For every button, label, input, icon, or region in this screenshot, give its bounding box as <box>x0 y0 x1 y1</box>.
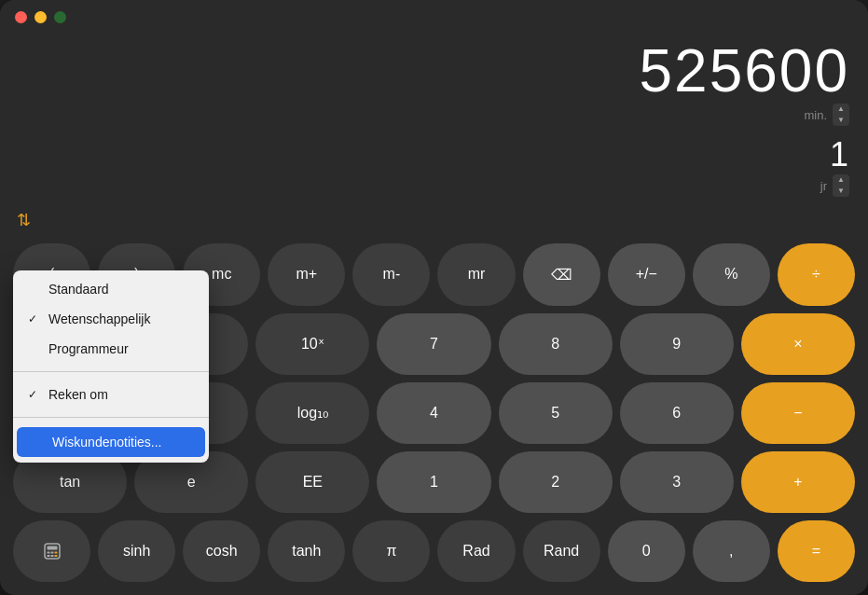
btn-5[interactable]: 5 <box>499 382 613 444</box>
display-area: 525600 min. ▲ ▼ 1 jr ▲ ▼ <box>0 35 868 206</box>
menu-item-wetenschappelijk[interactable]: ✓ Wetenschappelijk <box>13 304 209 334</box>
secondary-unit-down-arrow[interactable]: ▼ <box>833 186 849 197</box>
btn-8[interactable]: 8 <box>499 313 613 375</box>
menu-group-1: Standaard ✓ Wetenschappelijk Programmeur <box>13 270 209 367</box>
svg-rect-1 <box>47 546 57 549</box>
btn-equals[interactable]: = <box>778 520 855 582</box>
calculator-window: 525600 min. ▲ ▼ 1 jr ▲ ▼ ⇅ ()mcm+m-mr⌫+/… <box>0 0 868 595</box>
btn-plus-minus[interactable]: +/− <box>608 243 685 305</box>
btn-calc-icon[interactable] <box>13 520 90 582</box>
sort-icon[interactable]: ⇅ <box>17 210 31 230</box>
btn-percent[interactable]: % <box>693 243 770 305</box>
title-bar <box>0 0 868 35</box>
menu-label-reken-om: Reken om <box>48 387 108 402</box>
secondary-unit-stepper[interactable]: ▲ ▼ <box>833 174 849 197</box>
maximize-button[interactable] <box>54 11 66 23</box>
main-display-value: 525600 <box>639 38 849 104</box>
btn-log10[interactable]: log₁₀ <box>255 382 369 444</box>
checkmark-wetenschappelijk: ✓ <box>28 312 41 325</box>
menu-label-standaard: Standaard <box>48 282 109 297</box>
menu-item-wiskundenotities[interactable]: Wiskundenotities... <box>17 427 205 457</box>
menu-item-reken-om[interactable]: ✓ Reken om <box>13 380 209 409</box>
traffic-lights <box>15 11 66 23</box>
btn-ee[interactable]: EE <box>255 451 369 513</box>
btn-0[interactable]: 0 <box>608 520 685 582</box>
menu-label-wiskundenotities: Wiskundenotities... <box>52 435 162 450</box>
btn-comma[interactable]: , <box>693 520 770 582</box>
button-row-4: sinhcoshtanhπRadRand0,= <box>13 520 855 582</box>
btn-add[interactable]: + <box>741 451 855 513</box>
menu-item-standaard[interactable]: Standaard <box>13 274 209 304</box>
sort-row: ⇅ <box>0 206 868 238</box>
btn-rad[interactable]: Rad <box>437 520 515 582</box>
svg-rect-6 <box>50 555 53 557</box>
unit-up-arrow[interactable]: ▲ <box>833 104 849 115</box>
btn-sinh[interactable]: sinh <box>98 520 175 582</box>
btn-6[interactable]: 6 <box>620 382 734 444</box>
secondary-unit-label: jr <box>820 179 827 193</box>
btn-3[interactable]: 3 <box>620 451 734 513</box>
menu-group-2: ✓ Reken om <box>13 376 209 413</box>
btn-10x[interactable]: 10ˣ <box>255 313 369 375</box>
btn-2[interactable]: 2 <box>499 451 613 513</box>
btn-backspace[interactable]: ⌫ <box>523 243 600 305</box>
svg-rect-4 <box>54 551 57 553</box>
menu-label-wetenschappelijk: Wetenschappelijk <box>48 311 150 326</box>
menu-group-3: Wiskundenotities... <box>13 422 209 463</box>
btn-m-plus[interactable]: m+ <box>268 243 345 305</box>
btn-m-minus[interactable]: m- <box>352 243 430 305</box>
close-button[interactable] <box>15 11 27 23</box>
menu-divider-1 <box>13 371 209 372</box>
dropdown-menu: Standaard ✓ Wetenschappelijk Programmeur… <box>13 270 209 463</box>
btn-multiply[interactable]: × <box>741 313 855 375</box>
btn-4[interactable]: 4 <box>377 382 490 444</box>
secondary-unit-up-arrow[interactable]: ▲ <box>833 174 849 186</box>
svg-rect-3 <box>50 551 53 553</box>
btn-1[interactable]: 1 <box>377 451 490 513</box>
menu-item-programmeur[interactable]: Programmeur <box>13 334 209 364</box>
svg-rect-5 <box>47 555 49 557</box>
btn-rand[interactable]: Rand <box>523 520 600 582</box>
minimize-button[interactable] <box>34 11 47 23</box>
svg-rect-2 <box>47 551 49 553</box>
btn-pi[interactable]: π <box>352 520 430 582</box>
btn-cosh[interactable]: cosh <box>183 520 260 582</box>
secondary-display-value: 1 <box>830 135 849 174</box>
btn-9[interactable]: 9 <box>620 313 734 375</box>
btn-subtract[interactable]: − <box>741 382 855 444</box>
main-unit-stepper[interactable]: ▲ ▼ <box>833 104 849 126</box>
btn-7[interactable]: 7 <box>377 313 490 375</box>
checkmark-reken-om: ✓ <box>28 388 41 401</box>
menu-label-programmeur: Programmeur <box>48 341 129 356</box>
btn-divide[interactable]: ÷ <box>778 243 855 305</box>
unit-down-arrow[interactable]: ▼ <box>833 115 849 126</box>
btn-mr[interactable]: mr <box>437 243 515 305</box>
btn-tanh[interactable]: tanh <box>268 520 345 582</box>
menu-divider-2 <box>13 417 209 418</box>
main-unit-label: min. <box>804 108 827 122</box>
svg-rect-7 <box>54 555 57 557</box>
